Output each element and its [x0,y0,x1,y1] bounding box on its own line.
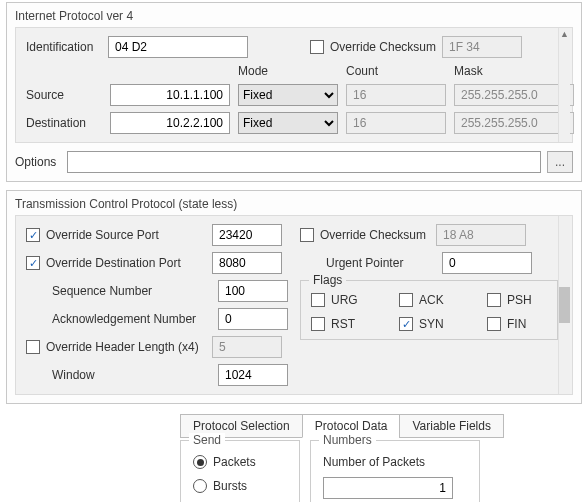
flag-rst-label: RST [331,317,355,331]
count-header: Count [346,64,446,78]
override-src-port-label: Override Source Port [46,228,206,242]
destination-ip-input[interactable] [110,112,230,134]
send-packets-label: Packets [213,455,256,469]
seq-number-input[interactable] [218,280,288,302]
tab-variable-fields[interactable]: Variable Fields [399,414,503,438]
tcp-panel: Transmission Control Protocol (state les… [6,190,582,404]
tcp-scrollbar[interactable] [558,216,570,394]
scroll-up-icon[interactable]: ▲ [559,28,570,40]
ack-number-label: Acknowledgement Number [52,312,212,326]
send-group: Send Packets Bursts [180,440,300,502]
bottom-tabs: Protocol Selection Protocol Data Variabl… [180,414,588,438]
ipv4-override-checksum-label: Override Checksum [330,40,436,54]
send-legend: Send [189,433,225,447]
destination-count-input [346,112,446,134]
flag-ack-label: ACK [419,293,444,307]
destination-mask-input [454,112,574,134]
numbers-legend: Numbers [319,433,376,447]
options-input[interactable] [67,151,541,173]
flag-psh-label: PSH [507,293,532,307]
flag-ack-checkbox[interactable] [399,293,413,307]
tcp-checksum-input [436,224,526,246]
override-dst-port-label: Override Destination Port [46,256,206,270]
override-hdr-len-checkbox[interactable] [26,340,40,354]
flag-syn-checkbox[interactable] [399,317,413,331]
ipv4-inner: ▲ Identification Override Checksum Mode … [15,27,573,143]
options-label: Options [15,155,61,169]
ipv4-override-checksum-checkbox[interactable] [310,40,324,54]
flag-urg-checkbox[interactable] [311,293,325,307]
window-label: Window [52,368,212,382]
window-input[interactable] [218,364,288,386]
hdr-len-input [212,336,282,358]
tcp-override-checksum-label: Override Checksum [320,228,430,242]
flag-psh-checkbox[interactable] [487,293,501,307]
ipv4-checksum-input [442,36,522,58]
source-mask-input [454,84,574,106]
override-src-port-checkbox[interactable] [26,228,40,242]
send-packets-radio[interactable] [193,455,207,469]
ipv4-panel: Internet Protocol ver 4 ▲ Identification… [6,2,582,182]
ipv4-title: Internet Protocol ver 4 [15,9,573,27]
ipv4-scrollbar[interactable]: ▲ [558,28,570,142]
num-packets-input[interactable] [323,477,453,499]
source-label: Source [26,88,102,102]
flag-fin-label: FIN [507,317,526,331]
num-packets-label: Number of Packets [323,455,467,469]
scrollbar-thumb[interactable] [559,287,570,323]
source-count-input [346,84,446,106]
seq-number-label: Sequence Number [52,284,212,298]
flag-syn-label: SYN [419,317,444,331]
tcp-override-checksum-checkbox[interactable] [300,228,314,242]
identification-input[interactable] [108,36,248,58]
flag-urg-label: URG [331,293,358,307]
flag-rst-checkbox[interactable] [311,317,325,331]
destination-mode-select[interactable]: Fixed [238,112,338,134]
urgent-pointer-label: Urgent Pointer [326,256,436,270]
destination-label: Destination [26,116,102,130]
override-dst-port-checkbox[interactable] [26,256,40,270]
tcp-inner: Override Source Port Override Destinatio… [15,215,573,395]
source-ip-input[interactable] [110,84,230,106]
numbers-group: Numbers Number of Packets [310,440,480,502]
flags-legend: Flags [309,273,346,287]
override-hdr-len-label: Override Header Length (x4) [46,340,206,354]
mode-header: Mode [238,64,338,78]
urgent-pointer-input[interactable] [442,252,532,274]
ack-number-input[interactable] [218,308,288,330]
mask-header: Mask [454,64,574,78]
tcp-title: Transmission Control Protocol (state les… [15,197,573,215]
src-port-input[interactable] [212,224,282,246]
send-bursts-label: Bursts [213,479,247,493]
send-bursts-radio[interactable] [193,479,207,493]
source-mode-select[interactable]: Fixed [238,84,338,106]
identification-label: Identification [26,40,102,54]
dst-port-input[interactable] [212,252,282,274]
flag-fin-checkbox[interactable] [487,317,501,331]
options-ellipsis-button[interactable]: ... [547,151,573,173]
flags-fieldset: Flags URG ACK PSH RST SYN FIN [300,280,558,340]
